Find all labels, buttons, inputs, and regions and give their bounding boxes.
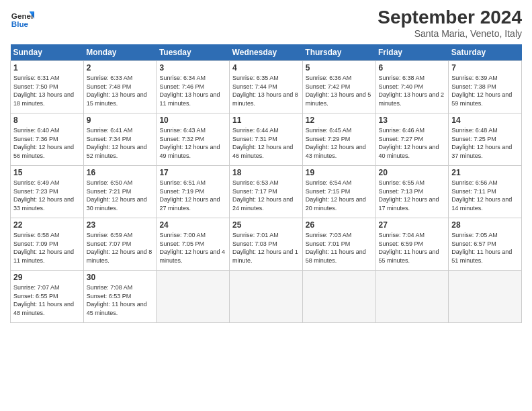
calendar-table: Sunday Monday Tuesday Wednesday Thursday… — [10, 44, 522, 323]
calendar-cell: 8 Sunrise: 6:40 AM Sunset: 7:36 PM Dayli… — [11, 113, 84, 166]
logo-icon: General Blue — [10, 7, 34, 31]
day-info: Sunrise: 6:31 AM Sunset: 7:50 PM Dayligh… — [13, 74, 81, 107]
day-number: 12 — [306, 116, 373, 125]
day-info: Sunrise: 7:08 AM Sunset: 6:53 PM Dayligh… — [87, 283, 154, 317]
calendar-header-row: Sunday Monday Tuesday Wednesday Thursday… — [11, 44, 522, 61]
day-number: 27 — [379, 220, 446, 230]
day-number: 23 — [87, 220, 154, 230]
calendar-cell: 16 Sunrise: 6:50 AM Sunset: 7:21 PM Dayl… — [83, 166, 157, 218]
calendar-week-row: 15 Sunrise: 6:49 AM Sunset: 7:23 PM Dayl… — [11, 166, 522, 218]
day-number: 24 — [159, 220, 226, 230]
calendar-cell: 23 Sunrise: 6:59 AM Sunset: 7:07 PM Dayl… — [83, 218, 157, 271]
calendar-cell: 5 Sunrise: 6:36 AM Sunset: 7:42 PM Dayli… — [302, 61, 375, 113]
day-number: 4 — [232, 63, 300, 73]
day-info: Sunrise: 6:59 AM Sunset: 7:07 PM Dayligh… — [87, 231, 154, 265]
calendar-week-row: 1 Sunrise: 6:31 AM Sunset: 7:50 PM Dayli… — [11, 61, 522, 113]
day-info: Sunrise: 6:34 AM Sunset: 7:46 PM Dayligh… — [159, 74, 226, 107]
day-number: 26 — [306, 220, 373, 230]
calendar-cell: 2 Sunrise: 6:33 AM Sunset: 7:48 PM Dayli… — [83, 61, 157, 113]
calendar-cell — [302, 271, 375, 323]
calendar-cell: 14 Sunrise: 6:48 AM Sunset: 7:25 PM Dayl… — [449, 113, 522, 166]
day-info: Sunrise: 7:05 AM Sunset: 6:57 PM Dayligh… — [451, 231, 519, 265]
month-title: September 2024 — [378, 7, 522, 28]
day-number: 17 — [159, 168, 226, 177]
col-friday: Friday — [375, 44, 449, 61]
day-number: 11 — [232, 116, 300, 125]
day-info: Sunrise: 6:55 AM Sunset: 7:13 PM Dayligh… — [379, 179, 446, 212]
day-info: Sunrise: 7:04 AM Sunset: 6:59 PM Dayligh… — [379, 231, 446, 265]
day-info: Sunrise: 6:40 AM Sunset: 7:36 PM Dayligh… — [13, 126, 81, 160]
calendar-cell — [375, 271, 449, 323]
day-info: Sunrise: 6:33 AM Sunset: 7:48 PM Dayligh… — [87, 74, 154, 107]
calendar-cell — [449, 271, 522, 323]
calendar-cell: 17 Sunrise: 6:51 AM Sunset: 7:19 PM Dayl… — [157, 166, 230, 218]
calendar-cell: 25 Sunrise: 7:01 AM Sunset: 7:03 PM Dayl… — [230, 218, 303, 271]
day-number: 6 — [379, 63, 446, 73]
calendar-cell: 13 Sunrise: 6:46 AM Sunset: 7:27 PM Dayl… — [375, 113, 449, 166]
day-info: Sunrise: 6:36 AM Sunset: 7:42 PM Dayligh… — [306, 74, 373, 107]
day-info: Sunrise: 6:56 AM Sunset: 7:11 PM Dayligh… — [451, 179, 519, 212]
col-saturday: Saturday — [449, 44, 522, 61]
day-number: 3 — [159, 63, 226, 73]
calendar-cell: 3 Sunrise: 6:34 AM Sunset: 7:46 PM Dayli… — [157, 61, 230, 113]
col-thursday: Thursday — [302, 44, 375, 61]
day-number: 16 — [87, 168, 154, 177]
calendar-cell: 30 Sunrise: 7:08 AM Sunset: 6:53 PM Dayl… — [83, 271, 157, 323]
day-number: 7 — [451, 63, 519, 73]
calendar-cell: 24 Sunrise: 7:00 AM Sunset: 7:05 PM Dayl… — [157, 218, 230, 271]
calendar-cell: 7 Sunrise: 6:39 AM Sunset: 7:38 PM Dayli… — [449, 61, 522, 113]
calendar-cell — [157, 271, 230, 323]
day-info: Sunrise: 6:49 AM Sunset: 7:23 PM Dayligh… — [13, 179, 81, 212]
day-info: Sunrise: 6:43 AM Sunset: 7:32 PM Dayligh… — [159, 126, 226, 160]
day-info: Sunrise: 6:45 AM Sunset: 7:29 PM Dayligh… — [306, 126, 373, 160]
calendar-week-row: 22 Sunrise: 6:58 AM Sunset: 7:09 PM Dayl… — [11, 218, 522, 271]
day-info: Sunrise: 6:51 AM Sunset: 7:19 PM Dayligh… — [159, 179, 226, 212]
calendar-cell: 15 Sunrise: 6:49 AM Sunset: 7:23 PM Dayl… — [11, 166, 84, 218]
day-info: Sunrise: 6:48 AM Sunset: 7:25 PM Dayligh… — [451, 126, 519, 160]
calendar-cell: 22 Sunrise: 6:58 AM Sunset: 7:09 PM Dayl… — [11, 218, 84, 271]
day-info: Sunrise: 6:54 AM Sunset: 7:15 PM Dayligh… — [306, 179, 373, 212]
day-info: Sunrise: 6:53 AM Sunset: 7:17 PM Dayligh… — [232, 179, 300, 212]
day-info: Sunrise: 6:46 AM Sunset: 7:27 PM Dayligh… — [379, 126, 446, 160]
day-info: Sunrise: 6:58 AM Sunset: 7:09 PM Dayligh… — [13, 231, 81, 265]
day-number: 14 — [451, 116, 519, 125]
day-number: 15 — [13, 168, 81, 177]
calendar-cell: 4 Sunrise: 6:35 AM Sunset: 7:44 PM Dayli… — [230, 61, 303, 113]
day-number: 20 — [379, 168, 446, 177]
calendar-cell: 6 Sunrise: 6:38 AM Sunset: 7:40 PM Dayli… — [375, 61, 449, 113]
day-info: Sunrise: 7:00 AM Sunset: 7:05 PM Dayligh… — [159, 231, 226, 265]
calendar-cell: 10 Sunrise: 6:43 AM Sunset: 7:32 PM Dayl… — [157, 113, 230, 166]
calendar-cell: 11 Sunrise: 6:44 AM Sunset: 7:31 PM Dayl… — [230, 113, 303, 166]
col-tuesday: Tuesday — [157, 44, 230, 61]
calendar-cell: 20 Sunrise: 6:55 AM Sunset: 7:13 PM Dayl… — [375, 166, 449, 218]
calendar-cell: 28 Sunrise: 7:05 AM Sunset: 6:57 PM Dayl… — [449, 218, 522, 271]
logo: General Blue — [10, 7, 34, 31]
svg-text:Blue: Blue — [11, 19, 29, 28]
calendar-cell: 27 Sunrise: 7:04 AM Sunset: 6:59 PM Dayl… — [375, 218, 449, 271]
day-number: 10 — [159, 116, 226, 125]
day-info: Sunrise: 7:03 AM Sunset: 7:01 PM Dayligh… — [306, 231, 373, 265]
day-number: 22 — [13, 220, 81, 230]
calendar-cell: 26 Sunrise: 7:03 AM Sunset: 7:01 PM Dayl… — [302, 218, 375, 271]
day-number: 19 — [306, 168, 373, 177]
day-number: 25 — [232, 220, 300, 230]
day-number: 29 — [13, 273, 81, 282]
day-number: 28 — [451, 220, 519, 230]
title-block: September 2024 Santa Maria, Veneto, Ital… — [378, 7, 522, 39]
calendar-cell: 18 Sunrise: 6:53 AM Sunset: 7:17 PM Dayl… — [230, 166, 303, 218]
day-number: 8 — [13, 116, 81, 125]
day-number: 9 — [87, 116, 154, 125]
page-container: General Blue September 2024 Santa Maria,… — [0, 0, 532, 330]
day-number: 30 — [87, 273, 154, 282]
calendar-cell: 1 Sunrise: 6:31 AM Sunset: 7:50 PM Dayli… — [11, 61, 84, 113]
day-number: 1 — [13, 63, 81, 73]
day-number: 5 — [306, 63, 373, 73]
day-info: Sunrise: 6:39 AM Sunset: 7:38 PM Dayligh… — [451, 74, 519, 107]
calendar-cell: 9 Sunrise: 6:41 AM Sunset: 7:34 PM Dayli… — [83, 113, 157, 166]
day-number: 2 — [87, 63, 154, 73]
day-info: Sunrise: 7:01 AM Sunset: 7:03 PM Dayligh… — [232, 231, 300, 265]
calendar-cell: 12 Sunrise: 6:45 AM Sunset: 7:29 PM Dayl… — [302, 113, 375, 166]
calendar-week-row: 29 Sunrise: 7:07 AM Sunset: 6:55 PM Dayl… — [11, 271, 522, 323]
day-number: 21 — [451, 168, 519, 177]
day-info: Sunrise: 6:38 AM Sunset: 7:40 PM Dayligh… — [379, 74, 446, 107]
